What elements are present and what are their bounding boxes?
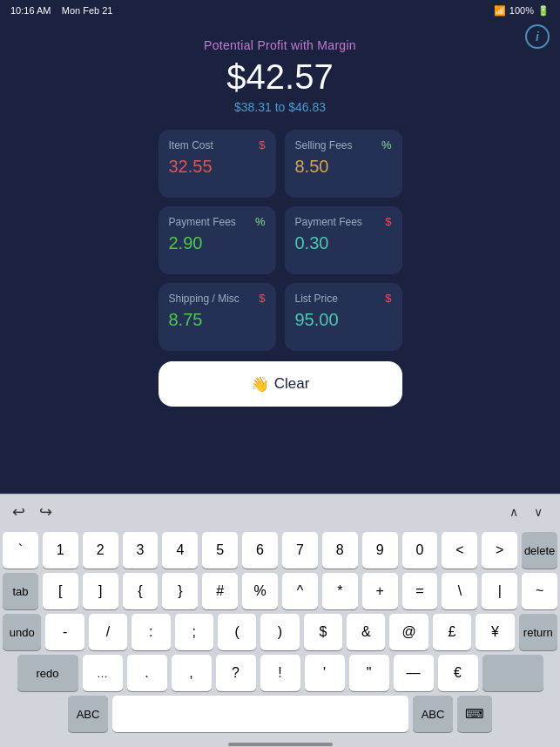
key-return[interactable]: return — [519, 614, 557, 650]
key-close-paren[interactable]: ) — [260, 614, 299, 650]
key-dollar[interactable]: $ — [304, 614, 342, 650]
key-tab[interactable]: tab — [3, 573, 38, 609]
shipping-misc-header: Shipping / Misc $ — [169, 292, 266, 305]
item-cost-value: 32.55 — [169, 157, 266, 177]
key-backtick[interactable]: ` — [3, 532, 38, 569]
key-ampersand[interactable]: & — [347, 614, 385, 650]
key-euro[interactable]: € — [438, 655, 478, 691]
item-cost-card[interactable]: Item Cost $ 32.55 — [159, 130, 276, 198]
key-equals[interactable]: = — [402, 573, 438, 609]
battery-icon: 🔋 — [537, 5, 550, 17]
key-backslash[interactable]: \ — [442, 573, 477, 609]
key-less-than[interactable]: < — [442, 532, 477, 569]
key-3[interactable]: 3 — [123, 532, 159, 569]
key-hash[interactable]: # — [202, 573, 238, 609]
key-4[interactable]: 4 — [162, 532, 198, 569]
status-right-icons: 📶 100% 🔋 — [494, 5, 550, 17]
key-2[interactable]: 2 — [83, 532, 118, 569]
date-display: Mon Feb 21 — [62, 5, 113, 16]
payment-fees-dollar-label: Payment Fees — [295, 216, 362, 228]
keyboard-row-2: tab [ ] { } # % ^ * + = \ | ~ — [3, 573, 557, 609]
shipping-misc-value: 8.75 — [169, 310, 266, 330]
key-redo-right[interactable] — [482, 655, 543, 691]
key-close-bracket[interactable]: ] — [83, 573, 118, 609]
key-quote[interactable]: " — [349, 655, 389, 691]
key-apostrophe[interactable]: ' — [305, 655, 345, 691]
keyboard-row-3: undo - / : ; ( ) $ & @ £ ¥ return — [3, 614, 557, 650]
key-7[interactable]: 7 — [282, 532, 318, 569]
keyboard-row-4: redo … . , ? ! ' " — € — [3, 655, 557, 691]
key-6[interactable]: 6 — [242, 532, 278, 569]
key-pound[interactable]: £ — [433, 614, 471, 650]
keyboard: ` 1 2 3 4 5 6 7 8 9 0 < > delete tab [ ]… — [0, 528, 560, 742]
key-yen[interactable]: ¥ — [476, 614, 514, 650]
key-tilde[interactable]: ~ — [522, 573, 557, 609]
item-cost-unit: $ — [259, 138, 265, 151]
key-9[interactable]: 9 — [362, 532, 398, 569]
item-cost-label: Item Cost — [169, 139, 213, 151]
key-1[interactable]: 1 — [43, 532, 78, 569]
keyboard-area: ↩ ↪ ∧ ∨ ` 1 2 3 4 5 6 7 8 9 0 < > delete — [0, 494, 560, 747]
key-8[interactable]: 8 — [322, 532, 358, 569]
profit-amount: $42.57 — [226, 57, 333, 97]
key-at[interactable]: @ — [389, 614, 428, 650]
key-open-paren[interactable]: ( — [218, 614, 256, 650]
key-abc-right[interactable]: ABC — [413, 696, 453, 732]
key-emdash[interactable]: — — [394, 655, 434, 691]
profit-label: Potential Profit with Margin — [204, 38, 356, 52]
clear-emoji: 👋 — [251, 375, 269, 394]
chevron-up-button[interactable]: ∧ — [504, 503, 523, 521]
payment-fees-pct-value: 2.90 — [169, 233, 266, 253]
shipping-misc-card[interactable]: Shipping / Misc $ 8.75 — [159, 283, 276, 351]
clear-button[interactable]: 👋 Clear — [159, 361, 402, 407]
payment-fees-pct-card[interactable]: Payment Fees % 2.90 — [159, 206, 276, 274]
key-open-bracket[interactable]: [ — [43, 573, 78, 609]
payment-fees-pct-unit: % — [255, 215, 266, 228]
status-bar: 10:16 AM Mon Feb 21 📶 100% 🔋 — [0, 0, 560, 21]
shipping-misc-unit: $ — [259, 292, 265, 305]
key-open-brace[interactable]: { — [123, 573, 159, 609]
selling-fees-card[interactable]: Selling Fees % 8.50 — [285, 130, 402, 198]
key-semicolon[interactable]: ; — [175, 614, 213, 650]
key-redo[interactable]: redo — [17, 655, 78, 691]
key-pipe[interactable]: | — [482, 573, 517, 609]
key-ellipsis[interactable]: … — [83, 655, 123, 691]
list-price-card[interactable]: List Price $ 95.00 — [285, 283, 402, 351]
status-time: 10:16 AM Mon Feb 21 — [10, 5, 112, 16]
key-slash[interactable]: / — [89, 614, 127, 650]
payment-fees-dollar-value: 0.30 — [295, 233, 392, 253]
keyboard-row-1: ` 1 2 3 4 5 6 7 8 9 0 < > delete — [3, 532, 557, 569]
key-undo[interactable]: undo — [3, 614, 41, 650]
key-abc-left[interactable]: ABC — [68, 696, 108, 732]
key-comma[interactable]: , — [172, 655, 212, 691]
key-asterisk[interactable]: * — [322, 573, 358, 609]
key-minus[interactable]: - — [45, 614, 84, 650]
redo-icon[interactable]: ↪ — [39, 502, 52, 522]
selling-fees-label: Selling Fees — [295, 139, 353, 151]
key-percent[interactable]: % — [242, 573, 278, 609]
chevron-down-button[interactable]: ∨ — [529, 503, 548, 521]
key-keyboard-icon[interactable]: ⌨ — [457, 696, 492, 732]
key-greater-than[interactable]: > — [482, 532, 517, 569]
key-5[interactable]: 5 — [202, 532, 238, 569]
key-close-brace[interactable]: } — [162, 573, 198, 609]
key-delete[interactable]: delete — [522, 532, 557, 569]
key-question[interactable]: ? — [216, 655, 256, 691]
key-caret[interactable]: ^ — [282, 573, 318, 609]
info-button[interactable]: i — [525, 24, 550, 49]
list-price-unit: $ — [385, 292, 391, 305]
key-period[interactable]: . — [127, 655, 167, 691]
payment-fees-dollar-card[interactable]: Payment Fees $ 0.30 — [285, 206, 402, 274]
key-colon[interactable]: : — [132, 614, 170, 650]
key-exclamation[interactable]: ! — [260, 655, 300, 691]
key-spacebar[interactable] — [112, 696, 408, 732]
key-plus[interactable]: + — [362, 573, 398, 609]
main-content: Potential Profit with Margin $42.57 $38.… — [0, 21, 560, 424]
undo-icon[interactable]: ↩ — [12, 502, 25, 522]
keyboard-toolbar: ↩ ↪ ∧ ∨ — [0, 494, 560, 528]
home-indicator — [228, 743, 333, 746]
key-0[interactable]: 0 — [402, 532, 438, 569]
selling-fees-header: Selling Fees % — [295, 138, 392, 151]
bottom-bar — [0, 742, 560, 747]
wifi-icon: 📶 — [494, 5, 506, 17]
